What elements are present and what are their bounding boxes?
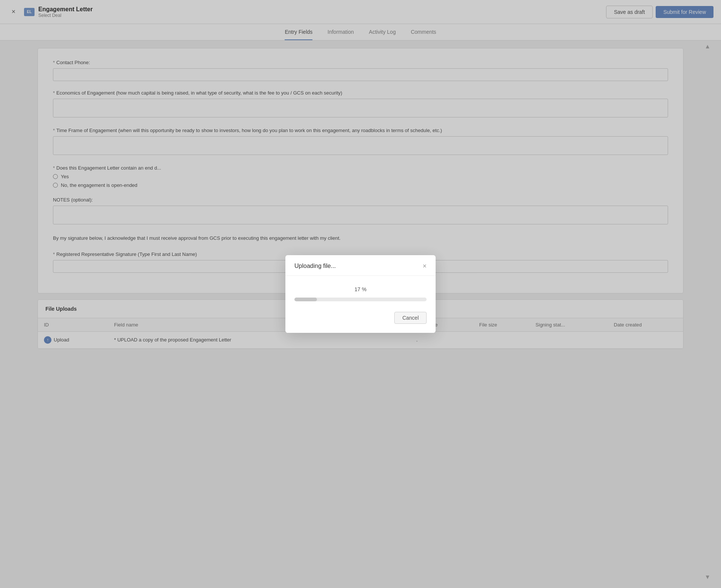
- progress-bar-fill: [294, 298, 317, 301]
- upload-modal-overlay: Uploading file... × 17 % Cancel: [0, 0, 721, 356]
- modal-header: Uploading file... ×: [285, 255, 436, 276]
- modal-title: Uploading file...: [294, 263, 336, 269]
- cancel-upload-button[interactable]: Cancel: [394, 312, 427, 324]
- progress-bar-track: [294, 298, 427, 301]
- progress-label: 17 %: [294, 286, 427, 292]
- upload-modal: Uploading file... × 17 % Cancel: [285, 255, 436, 333]
- modal-close-button[interactable]: ×: [422, 263, 427, 269]
- modal-body: 17 % Cancel: [285, 276, 436, 333]
- modal-actions: Cancel: [294, 312, 427, 324]
